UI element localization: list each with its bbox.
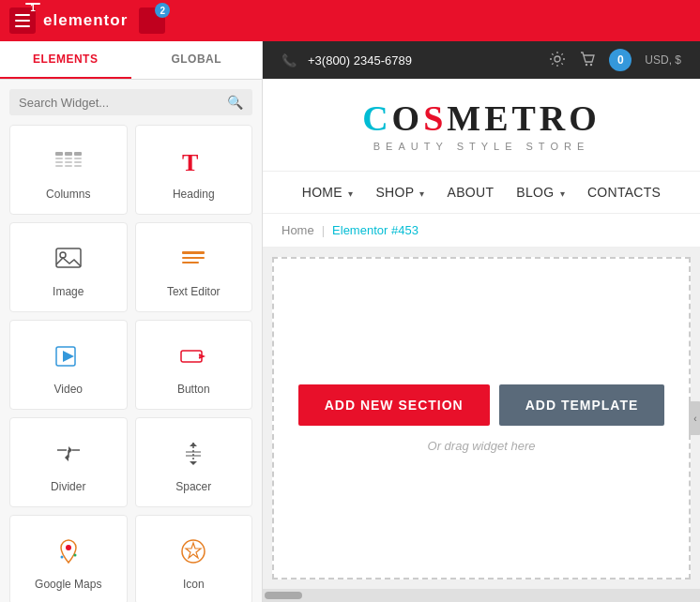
widget-icon[interactable]: Icon: [135, 515, 253, 602]
nav-contacts[interactable]: CONTACTS: [587, 185, 661, 200]
google-maps-icon: [50, 533, 87, 570]
svg-marker-28: [190, 443, 197, 446]
search-icon: 🔍: [227, 95, 243, 110]
scroll-thumb[interactable]: [265, 592, 302, 599]
tab-elements[interactable]: ELEMENTS: [0, 41, 131, 79]
svg-rect-3: [55, 158, 63, 159]
cart-count: 0: [609, 49, 632, 71]
svg-rect-8: [74, 161, 82, 163]
svg-point-41: [586, 63, 587, 65]
add-template-button[interactable]: ADD TEMPLATE: [499, 384, 665, 426]
badge-2: 2: [155, 3, 170, 18]
columns-label: Columns: [46, 188, 90, 201]
widget-columns[interactable]: Columns: [9, 125, 128, 215]
svg-rect-17: [182, 262, 199, 263]
svg-rect-10: [65, 165, 72, 167]
left-panel: ELEMENTS GLOBAL 🔍: [0, 41, 263, 602]
svg-rect-0: [55, 152, 63, 156]
phone-icon: 📞: [282, 53, 297, 68]
image-label: Image: [53, 285, 84, 298]
svg-rect-13: [56, 248, 81, 267]
google-maps-label: Google Maps: [35, 578, 101, 591]
spacer-label: Spacer: [175, 480, 211, 493]
left-panel-wrapper: ELEMENTS GLOBAL 🔍: [0, 41, 263, 602]
nav-shop[interactable]: SHOP ▾: [375, 185, 424, 200]
spacer-icon: [175, 435, 212, 473]
columns-icon: [50, 143, 87, 180]
widget-heading[interactable]: T Heading: [135, 125, 253, 215]
svg-rect-20: [181, 351, 202, 362]
svg-point-40: [555, 56, 560, 62]
svg-rect-11: [74, 165, 82, 167]
widget-divider[interactable]: Divider: [9, 417, 128, 507]
widget-google-maps[interactable]: Google Maps: [9, 515, 128, 602]
svg-rect-15: [182, 251, 205, 254]
widget-image[interactable]: Image: [9, 222, 128, 312]
add-section-button[interactable]: ADD NEW SECTION: [298, 384, 490, 426]
video-icon: [50, 338, 87, 375]
drag-hint: Or drag widget here: [428, 439, 536, 453]
button-icon: [175, 338, 212, 375]
site-topbar: 📞 +3(800) 2345-6789 0 USD: [263, 41, 700, 79]
breadcrumb-separator: |: [322, 223, 325, 237]
breadcrumb-home[interactable]: Home: [282, 223, 314, 237]
text-editor-label: Text Editor: [167, 285, 221, 298]
svg-rect-2: [74, 152, 82, 156]
nav-home[interactable]: HOME ▾: [302, 185, 354, 200]
svg-marker-36: [186, 543, 201, 558]
site-nav: HOME ▾ SHOP ▾ ABOUT BLOG ▾ CONTACTS: [263, 171, 700, 213]
site-logo-area: COSMETRO BEAUTY STYLE STORE: [263, 79, 700, 171]
nav-about[interactable]: ABOUT: [448, 185, 495, 200]
widget-video[interactable]: Video: [9, 320, 128, 410]
hamburger-button[interactable]: 1: [9, 8, 36, 34]
divider-label: Divider: [51, 480, 85, 493]
nav-blog[interactable]: BLOG ▾: [516, 185, 565, 200]
cart-icon[interactable]: [579, 51, 596, 70]
panel-tabs: ELEMENTS GLOBAL: [0, 41, 262, 80]
widget-spacer[interactable]: Spacer: [135, 417, 253, 507]
svg-rect-16: [182, 257, 205, 259]
video-label: Video: [54, 383, 83, 396]
grid-button[interactable]: 2: [139, 8, 165, 34]
svg-point-34: [73, 554, 76, 557]
site-logo-sub: BEAUTY STYLE STORE: [282, 141, 681, 152]
svg-rect-7: [65, 161, 72, 163]
image-icon: [50, 240, 87, 278]
heading-label: Heading: [173, 188, 215, 201]
icon-widget-label: Icon: [183, 578, 205, 591]
text-editor-icon: [175, 240, 212, 278]
widget-button[interactable]: Button: [135, 320, 253, 410]
divider-icon: [50, 435, 87, 473]
widget-text-editor[interactable]: Text Editor: [135, 222, 253, 312]
canvas-wrapper: ADD NEW SECTION ADD TEMPLATE Or drag wid…: [263, 248, 700, 602]
breadcrumb: Home | Elementor #453: [263, 213, 700, 248]
widgets-grid: Columns T Heading: [0, 125, 262, 602]
svg-text:T: T: [182, 149, 198, 176]
svg-point-32: [66, 545, 71, 550]
breadcrumb-current: Elementor #453: [332, 223, 418, 237]
svg-rect-4: [65, 158, 72, 159]
phone-number: +3(800) 2345-6789: [308, 53, 412, 68]
content-canvas: ADD NEW SECTION ADD TEMPLATE Or drag wid…: [272, 257, 691, 579]
collapse-handle[interactable]: ‹: [689, 401, 700, 435]
svg-rect-1: [65, 152, 72, 156]
search-bar: 🔍: [9, 89, 252, 115]
top-bar: 1 elementor 2: [0, 0, 700, 41]
site-logo-main: COSMETRO: [282, 98, 681, 139]
site-topbar-right: 0 USD, $: [549, 49, 681, 71]
button-label: Button: [177, 383, 210, 396]
svg-point-42: [590, 63, 592, 65]
right-panel: 📞 +3(800) 2345-6789 0 USD: [263, 41, 700, 602]
canvas-buttons: ADD NEW SECTION ADD TEMPLATE: [298, 384, 665, 426]
svg-point-33: [60, 556, 63, 559]
elementor-logo: elementor: [43, 11, 128, 30]
tab-global[interactable]: GLOBAL: [131, 41, 263, 79]
badge-1: 1: [25, 3, 40, 5]
bottom-scrollbar[interactable]: [263, 589, 700, 602]
search-input[interactable]: [19, 96, 227, 110]
settings-icon[interactable]: [549, 51, 566, 70]
top-bar-left: 1 elementor 2: [9, 8, 165, 34]
icon-widget-icon: [175, 533, 212, 570]
currency: USD, $: [645, 53, 681, 67]
svg-marker-29: [190, 461, 197, 465]
